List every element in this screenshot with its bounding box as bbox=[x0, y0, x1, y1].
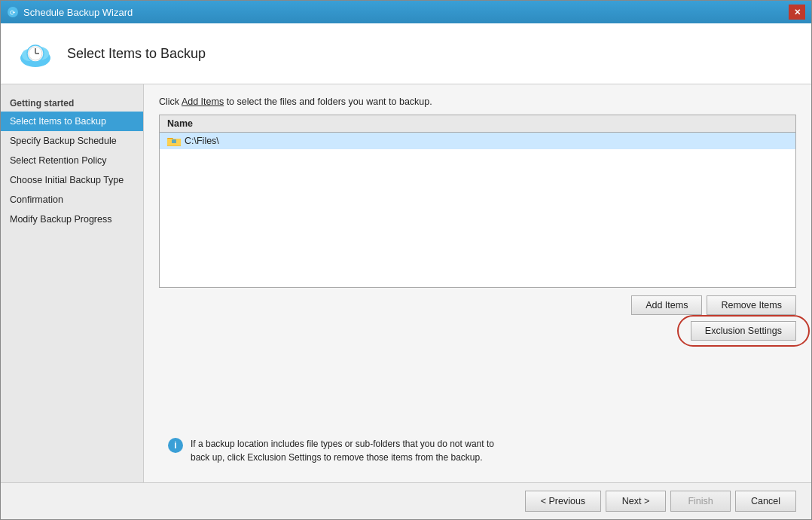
info-text: If a backup location includes file types… bbox=[191, 437, 507, 464]
sidebar-item-modify-progress[interactable]: Modify Backup Progress bbox=[1, 210, 143, 229]
app-icon: ⟳ bbox=[7, 6, 19, 18]
page-title: Select Items to Backup bbox=[67, 46, 206, 62]
file-list-item[interactable]: C:\Files\ bbox=[160, 133, 795, 149]
title-bar-left: ⟳ Schedule Backup Wizard bbox=[7, 6, 133, 18]
add-items-button[interactable]: Add Items bbox=[631, 295, 702, 315]
file-list-container: Name C:\Files\ bbox=[159, 115, 796, 288]
info-section: i If a backup location includes file typ… bbox=[159, 427, 796, 475]
sidebar-item-confirmation[interactable]: Confirmation bbox=[1, 190, 143, 210]
sidebar-item-select-items[interactable]: Select Items to Backup bbox=[1, 112, 143, 131]
sidebar-item-retention-policy[interactable]: Select Retention Policy bbox=[1, 151, 143, 170]
file-list-header: Name bbox=[160, 115, 795, 133]
footer: < Previous Next > Finish Cancel bbox=[1, 482, 811, 519]
svg-text:⟳: ⟳ bbox=[10, 9, 16, 17]
previous-button[interactable]: < Previous bbox=[525, 491, 601, 512]
sidebar-item-initial-backup[interactable]: Choose Initial Backup Type bbox=[1, 170, 143, 190]
exclusion-settings-button[interactable]: Exclusion Settings bbox=[691, 321, 796, 341]
close-button[interactable]: ✕ bbox=[789, 5, 805, 20]
svg-rect-13 bbox=[172, 139, 176, 143]
exclusion-row: Exclusion Settings bbox=[159, 321, 796, 341]
exclusion-btn-wrapper: Exclusion Settings bbox=[691, 321, 796, 341]
sidebar-section-header: Getting started bbox=[1, 92, 143, 112]
file-path: C:\Files\ bbox=[185, 136, 219, 146]
finish-button: Finish bbox=[670, 491, 731, 512]
window-title: Schedule Backup Wizard bbox=[23, 7, 133, 18]
instruction-link[interactable]: Add Items bbox=[182, 96, 224, 107]
title-bar: ⟳ Schedule Backup Wizard ✕ bbox=[1, 1, 811, 23]
info-icon: i bbox=[168, 438, 183, 453]
content-area: Getting started Select Items to Backup S… bbox=[1, 84, 811, 482]
cancel-button[interactable]: Cancel bbox=[735, 491, 796, 512]
folder-icon bbox=[167, 136, 181, 146]
title-bar-controls: ✕ bbox=[789, 5, 805, 20]
sidebar: Getting started Select Items to Backup S… bbox=[1, 84, 144, 482]
main-panel: Click Add Items to select the files and … bbox=[144, 84, 811, 482]
action-buttons-row: Add Items Remove Items bbox=[159, 295, 796, 315]
header-icon bbox=[16, 34, 55, 73]
wizard-window: ⟳ Schedule Backup Wizard ✕ Select Items … bbox=[0, 0, 812, 520]
header-section: Select Items to Backup bbox=[1, 23, 811, 84]
next-button[interactable]: Next > bbox=[606, 491, 666, 512]
sidebar-item-backup-schedule[interactable]: Specify Backup Schedule bbox=[1, 131, 143, 151]
remove-items-button[interactable]: Remove Items bbox=[707, 295, 796, 315]
instruction-text: Click Add Items to select the files and … bbox=[159, 96, 796, 107]
